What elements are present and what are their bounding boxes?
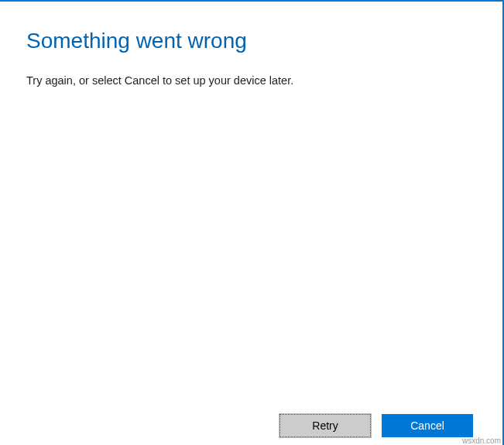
retry-button[interactable]: Retry [279,414,371,437]
setup-error-dialog: Something went wrong Try again, or selec… [0,0,504,445]
watermark-text: wsxdn.com [462,436,501,445]
button-row: Retry Cancel [279,414,473,437]
dialog-content: Something went wrong Try again, or selec… [0,2,502,88]
cancel-button[interactable]: Cancel [382,414,473,437]
dialog-heading: Something went wrong [26,28,476,54]
dialog-message: Try again, or select Cancel to set up yo… [26,73,476,88]
